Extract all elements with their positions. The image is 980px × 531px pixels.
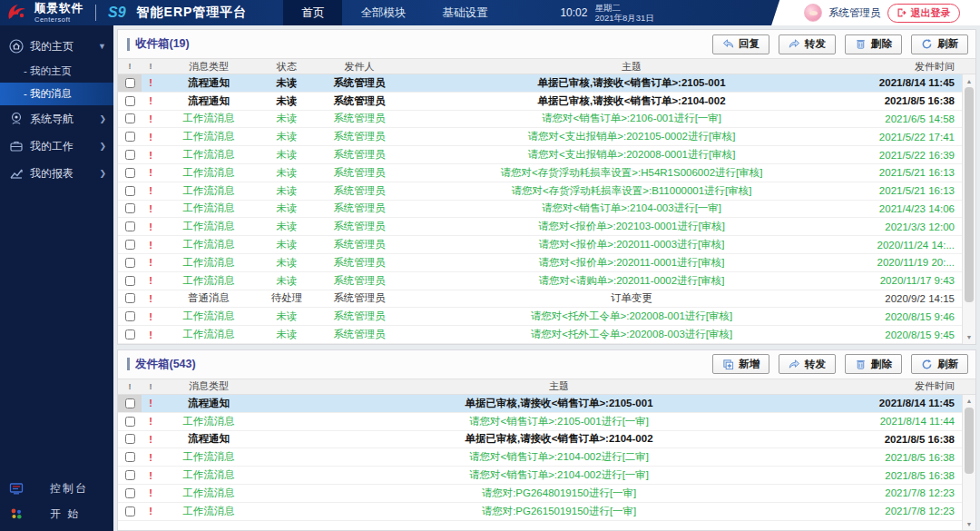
outbox-button-2[interactable]: 删除 — [845, 354, 902, 374]
inbox-row[interactable]: !工作流消息未读系统管理员请您对<托外工令单>:202008-001进行[审核]… — [118, 308, 962, 326]
inbox-row[interactable]: !普通消息待处理系统管理员订单变更2020/9/2 14:15 — [118, 290, 962, 309]
message-time: 2021/7/8 12:23 — [860, 487, 962, 498]
row-checkbox[interactable] — [125, 311, 135, 321]
inbox-button-1[interactable]: 转发 — [779, 34, 836, 54]
inbox-row[interactable]: !工作流消息未读系统管理员请您对<请购单>:202011-0002进行[审核]2… — [118, 272, 962, 290]
logout-button[interactable]: 退出登录 — [887, 4, 960, 23]
user-avatar[interactable] — [804, 4, 822, 22]
scroll-down-icon[interactable]: ▼ — [963, 331, 975, 344]
col-status[interactable]: 状态 — [258, 60, 316, 74]
row-checkbox[interactable] — [125, 78, 135, 88]
scroll-thumb[interactable] — [965, 87, 974, 302]
outbox-row[interactable]: !工作流消息请您对:PG2648019150进行[一审]2021/7/8 12:… — [118, 485, 962, 503]
outbox-row[interactable]: !流程通知单据已审核,请接收<销售订单>:2104-0022021/8/5 16… — [118, 431, 962, 449]
inbox-row[interactable]: !工作流消息未读系统管理员请您对<存货浮动耗损率设置>:B11000001进行[… — [118, 182, 962, 201]
row-checkbox[interactable] — [125, 417, 135, 427]
row-checkbox[interactable] — [125, 506, 135, 516]
inbox-button-2[interactable]: 删除 — [845, 34, 902, 54]
sidebar-subitem-0-1[interactable]: - 我的消息 — [0, 83, 113, 105]
inbox-row[interactable]: !流程通知未读系统管理员单据已审核,请接收<销售订单>:2105-0012021… — [118, 74, 962, 93]
inbox-row[interactable]: !工作流消息未读系统管理员请您对<支出报销单>:202008-0001进行[审核… — [118, 146, 962, 164]
row-checkbox[interactable] — [125, 168, 135, 178]
sidebar-item-2[interactable]: 我的工作❯ — [0, 133, 113, 160]
sidebar-footer-item-0[interactable]: 控制台 — [0, 477, 113, 500]
row-checkbox[interactable] — [125, 452, 135, 462]
inbox-row[interactable]: !工作流消息未读系统管理员请您对<报价单>:202011-0001进行[审核]2… — [118, 254, 962, 272]
row-checkbox[interactable] — [125, 113, 135, 123]
scroll-up-icon[interactable]: ▲ — [963, 395, 975, 408]
row-checkbox[interactable] — [125, 470, 135, 480]
inbox-row[interactable]: !工作流消息未读系统管理员请您对<支出报销单>:202105-0002进行[审核… — [118, 128, 962, 146]
inbox-row[interactable]: !工作流消息未读系统管理员请您对<报价单>:202011-0003进行[审核]2… — [118, 236, 962, 254]
priority-flag-icon: ! — [142, 293, 160, 304]
nav-tab-2[interactable]: 基础设置 — [424, 0, 505, 25]
inbox-row[interactable]: !工作流消息未读系统管理员请您对<销售订单>:2104-003进行[一审]202… — [118, 201, 962, 219]
inbox-title: 收件箱(19) — [135, 36, 712, 52]
nav-tab-0[interactable]: 首页 — [283, 0, 342, 25]
scroll-thumb[interactable] — [965, 408, 974, 474]
inbox-row[interactable]: !流程通知未读系统管理员单据已审核,请接收<销售订单>:2104-0022021… — [118, 93, 962, 111]
outbox-row[interactable]: !工作流消息请您对<销售订单>:2104-002进行[一审]2021/8/5 1… — [118, 467, 962, 485]
col-subject[interactable]: 主题 — [403, 60, 860, 74]
message-status: 未读 — [258, 310, 316, 323]
chevron-down-icon: ▼ — [98, 42, 106, 51]
col-time[interactable]: 发件时间 — [860, 60, 962, 74]
row-checkbox[interactable] — [125, 221, 135, 231]
row-checkbox[interactable] — [125, 96, 135, 106]
outbox-row[interactable]: !工作流消息请您对:PG2615019150进行[一审]2021/7/8 12:… — [118, 503, 962, 521]
row-checkbox[interactable] — [125, 398, 135, 408]
outbox-button-3[interactable]: 刷新 — [911, 354, 968, 374]
inbox-button-3[interactable]: 刷新 — [911, 34, 968, 54]
sidebar-subitem-0-0[interactable]: - 我的主页 — [0, 60, 113, 83]
message-type: 工作流消息 — [160, 450, 258, 464]
row-checkbox[interactable] — [125, 258, 135, 268]
outbox-row[interactable]: !工作流消息请您对<销售订单>:2105-001进行[一审]2021/8/14 … — [118, 413, 962, 431]
row-checkbox[interactable] — [125, 203, 135, 213]
header-user-area: 系统管理员 退出登录 — [788, 0, 980, 25]
outbox-table: ! ! 消息类型 主题 发件时间 !流程通知单据已审核,请接收<销售订单>:21… — [118, 379, 975, 530]
outbox-rows: !流程通知单据已审核,请接收<销售订单>:2105-0012021/8/14 1… — [118, 395, 962, 530]
outbox-row[interactable]: !工作流消息请您对<销售订单>:2104-002进行[二审]2021/8/5 1… — [118, 448, 962, 467]
inbox-row[interactable]: !工作流消息未读系统管理员请您对<托外工令单>:202008-003进行[审核]… — [118, 326, 962, 344]
priority-column-icon[interactable]: ! — [142, 62, 160, 71]
select-column-icon[interactable]: ! — [118, 62, 142, 71]
col-sender[interactable]: 发件人 — [316, 60, 403, 74]
priority-flag-icon: ! — [142, 95, 160, 106]
outbox-row[interactable]: !流程通知单据已审核,请接收<销售订单>:2105-0012021/8/14 1… — [118, 395, 962, 413]
inbox-button-0[interactable]: 回复 — [712, 34, 769, 54]
sidebar-item-0[interactable]: 我的主页▼ — [0, 33, 113, 60]
priority-flag-icon: ! — [142, 221, 160, 232]
inbox-row[interactable]: !工作流消息未读系统管理员请您对<报价单>:202103-0001进行[审核]2… — [118, 218, 962, 236]
col-type[interactable]: 消息类型 — [160, 379, 258, 393]
priority-column-icon[interactable]: ! — [142, 382, 160, 391]
nav-tab-1[interactable]: 全部模块 — [342, 0, 424, 25]
row-checkbox[interactable] — [125, 488, 135, 498]
inbox-row[interactable]: !工作流消息未读系统管理员请您对<销售订单>:2106-001进行[一审]202… — [118, 111, 962, 129]
col-subject[interactable]: 主题 — [258, 379, 860, 393]
row-checkbox[interactable] — [125, 434, 135, 444]
sidebar-item-1[interactable]: 系统导航❯ — [0, 105, 113, 133]
row-checkbox[interactable] — [125, 186, 135, 196]
scroll-up-icon[interactable]: ▲ — [963, 74, 975, 87]
button-label: 转发 — [805, 37, 826, 51]
col-type[interactable]: 消息类型 — [160, 60, 258, 74]
row-checkbox[interactable] — [125, 132, 135, 142]
inbox-row[interactable]: !工作流消息未读系统管理员请您对<存货浮动耗损率设置>:H54R1S006002… — [118, 164, 962, 182]
inbox-scrollbar[interactable]: ▲ ▼ — [962, 74, 975, 344]
message-subject: 请您对<销售订单>:2105-001进行[一审] — [258, 415, 860, 428]
outbox-button-1[interactable]: 转发 — [779, 354, 836, 374]
forward-icon — [789, 38, 800, 50]
row-checkbox[interactable] — [125, 329, 135, 339]
row-checkbox[interactable] — [125, 240, 135, 250]
row-checkbox[interactable] — [125, 150, 135, 160]
row-checkbox[interactable] — [125, 293, 135, 303]
outbox-button-0[interactable]: 新增 — [712, 354, 769, 374]
select-column-icon[interactable]: ! — [118, 382, 142, 391]
scroll-down-icon[interactable]: ▼ — [963, 517, 975, 530]
sidebar-item-3[interactable]: 我的报表❯ — [0, 160, 113, 187]
button-label: 回复 — [739, 37, 760, 51]
col-time[interactable]: 发件时间 — [860, 379, 962, 393]
row-checkbox[interactable] — [125, 276, 135, 286]
outbox-scrollbar[interactable]: ▲ ▼ — [962, 395, 975, 530]
sidebar-footer-item-1[interactable]: 开 始 — [0, 502, 113, 526]
